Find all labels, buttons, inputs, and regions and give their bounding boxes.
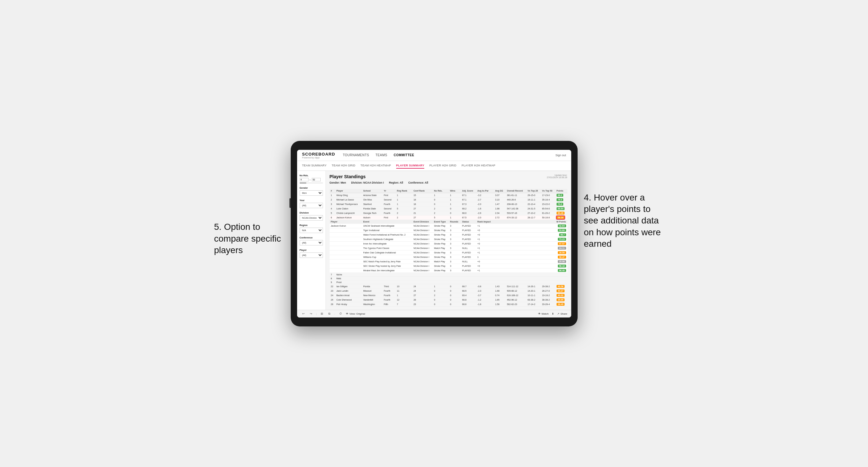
event-row: Jackson Koirun UNCW Seahawk Intercollegi… xyxy=(330,223,567,228)
col-rank: # xyxy=(330,189,335,193)
points-badge[interactable]: 40.27 xyxy=(557,289,565,292)
table-row: 8 Mats xyxy=(330,276,567,280)
region-label: Region xyxy=(300,224,323,227)
nav-tournaments[interactable]: TOURNAMENTS xyxy=(343,152,369,158)
col-avg-to-par: Avg to-Par xyxy=(476,189,494,193)
points-badge[interactable]: 39.95 xyxy=(557,299,565,301)
gender-select[interactable]: Men xyxy=(300,190,323,196)
filter-row: Gender: Men Division: NCAA Division I Re… xyxy=(330,181,428,184)
col-player: Player xyxy=(335,189,362,193)
panel-title: Player Standings xyxy=(330,174,428,179)
no-rds-slider[interactable] xyxy=(300,183,323,183)
logo-text: SCOREBOARD xyxy=(302,152,335,157)
col-school: School xyxy=(362,189,382,193)
points-badge[interactable]: 70.2 xyxy=(557,203,564,206)
copy-btn[interactable]: ⧉ xyxy=(327,311,332,316)
event-header-row: Player Event Event Division Event Type R… xyxy=(330,220,567,223)
event-row: The Cypress Point Classic NCAA Division … xyxy=(330,246,567,250)
points-badge[interactable]: 76.3 xyxy=(557,198,564,201)
table-row: 2 Michael La Sasso Ole Miss Second 1 18 … xyxy=(330,197,567,202)
table-row: 1 Wenyi Ding Arizona State First 1 15 1 … xyxy=(330,193,567,197)
table-row: 7 Niche xyxy=(330,273,567,276)
table-row-active: 6 Jackson Koirun Auburn First 2 27 5 1 6… xyxy=(330,215,567,220)
filter-btn[interactable]: ⊞ xyxy=(319,311,324,316)
sub-nav-player-h2h-heatmap[interactable]: PLAYER H2H HEATMAP xyxy=(462,163,495,168)
nav-teams[interactable]: TEAMS xyxy=(375,152,387,158)
table-row: 22 Ian Gilligan Florida Third 10 24 1 0 … xyxy=(330,284,567,288)
sign-out-link[interactable]: Sign out xyxy=(555,154,566,157)
table-row: 3 Michael Thorbjornsen Stanford Fourth 1… xyxy=(330,202,567,206)
event-row: Mirabel Maui Jim Intercollegiate NCAA Di… xyxy=(330,268,567,273)
table-row: 4 Luke Claton Florida State Second 5 27 … xyxy=(330,206,567,211)
bottom-toolbar: ↩ ↪ | ⊞ ⧉ – ⏱ 👁 View: Original 👁 Watch ⬇ xyxy=(297,310,571,317)
filter-no-rds: No Rds. – xyxy=(300,174,323,183)
division-label: Division xyxy=(300,211,323,214)
event-row: SEC Match Play hosted by Jerry Pate NCAA… xyxy=(330,259,567,263)
download-btn[interactable]: ⬇ xyxy=(552,312,554,315)
filter-division: Division NCAA Division I xyxy=(300,211,323,221)
conference-select[interactable]: (All) xyxy=(300,240,323,245)
col-avg-sg: Avg SG xyxy=(494,189,505,193)
year-label: Year xyxy=(300,199,323,202)
clock-btn[interactable]: ⏱ xyxy=(338,311,343,316)
filters-panel: No Rds. – Gender Men xyxy=(297,171,326,310)
tablet-frame: SCOREBOARD Powered by clippi TOURNAMENTS… xyxy=(291,141,578,326)
annotation-bottom-left: 5. Option to compare specific players xyxy=(214,221,284,256)
eye-icon: 👁 xyxy=(346,312,348,315)
event-row: Wake Forest Invitational at Pinehurst No… xyxy=(330,232,567,237)
tablet-screen: SCOREBOARD Powered by clippi TOURNAMENTS… xyxy=(297,150,571,317)
points-badge[interactable]: 68.94 xyxy=(557,207,565,210)
table-row: 23 Jack Lundin Missouri Fourth 11 24 0 0… xyxy=(330,288,567,293)
logo-sub: Powered by clippi xyxy=(302,157,335,159)
points-badge[interactable]: 88.2 xyxy=(557,194,564,197)
col-points: Points xyxy=(555,189,567,193)
col-conf-rank: Conf Rank xyxy=(412,189,433,193)
player-select[interactable]: (All) xyxy=(300,252,323,258)
sub-nav-player-h2h-grid[interactable]: PLAYER H2H GRID xyxy=(429,163,457,168)
col-wins: Wins xyxy=(449,189,461,193)
sub-nav-player-summary[interactable]: PLAYER SUMMARY xyxy=(396,163,425,168)
col-reg-rank: Reg Rank xyxy=(396,189,412,193)
points-badge[interactable]: 38.49 xyxy=(557,303,565,306)
col-adj-score: Adj. Score xyxy=(461,189,476,193)
watch-btn[interactable]: 👁 Watch xyxy=(538,312,549,315)
division-select[interactable]: NCAA Division I xyxy=(300,215,323,221)
main-content: No Rds. – Gender Men xyxy=(297,171,571,310)
event-row: SEC Stroke Play hosted by Jerry Pate NCA… xyxy=(330,263,567,268)
annotation-top-right: 4. Hover over a player's points to see a… xyxy=(584,192,667,250)
points-badge[interactable]: 60.49 xyxy=(557,212,565,215)
side-button xyxy=(289,198,291,208)
view-original-btn[interactable]: 👁 View: Original xyxy=(346,312,365,315)
no-rds-max-input[interactable] xyxy=(312,178,321,181)
filter-conference: Conference (All) xyxy=(300,236,323,245)
event-row: Fallen Oak Collegiate Invitational NCAA … xyxy=(330,250,567,255)
table-row: 26 Petr Hruby Washington Fifth 7 23 0 0 … xyxy=(330,302,567,306)
region-select[interactable]: N/A xyxy=(300,227,323,233)
data-panel: Player Standings Gender: Men Division: N… xyxy=(326,171,571,310)
conference-label: Conference xyxy=(300,236,323,239)
redo-btn[interactable]: ↪ xyxy=(309,311,314,316)
sub-nav-team-summary[interactable]: TEAM SUMMARY xyxy=(302,163,327,168)
watch-icon: 👁 xyxy=(538,312,540,315)
logo-area: SCOREBOARD Powered by clippi xyxy=(302,152,335,159)
sub-nav-team-h2h-grid[interactable]: TEAM H2H GRID xyxy=(332,163,355,168)
event-row: Inner Arc Intercollegiate NCAA Division … xyxy=(330,241,567,246)
no-rds-min-input[interactable] xyxy=(300,178,309,181)
col-vs-top50: Vs Top 50 xyxy=(540,189,555,193)
filter-region: Region N/A xyxy=(300,224,323,233)
col-vs-top25: Vs Top 25 xyxy=(526,189,540,193)
filter-year: Year (All) xyxy=(300,199,323,208)
sub-nav: TEAM SUMMARY TEAM H2H GRID TEAM H2H HEAT… xyxy=(297,161,571,171)
col-no-rds: No Rds. xyxy=(433,189,448,193)
share-btn[interactable]: ↗ Share xyxy=(557,312,567,315)
points-badge[interactable]: 40.02 xyxy=(557,294,565,297)
undo-btn[interactable]: ↩ xyxy=(301,311,306,316)
points-badge[interactable]: 40.58 xyxy=(557,285,565,288)
points-badge-active[interactable]: 58.18 xyxy=(557,216,565,219)
nav-committee[interactable]: COMMITTEE xyxy=(394,152,414,158)
year-select[interactable]: (All) xyxy=(300,203,323,208)
toolbar-right: 👁 Watch ⬇ ↗ Share xyxy=(538,312,567,315)
header-right: Sign out xyxy=(555,154,566,157)
sub-nav-team-h2h-heatmap[interactable]: TEAM H2H HEATMAP xyxy=(361,163,391,168)
filter-player: Player (All) xyxy=(300,249,323,258)
